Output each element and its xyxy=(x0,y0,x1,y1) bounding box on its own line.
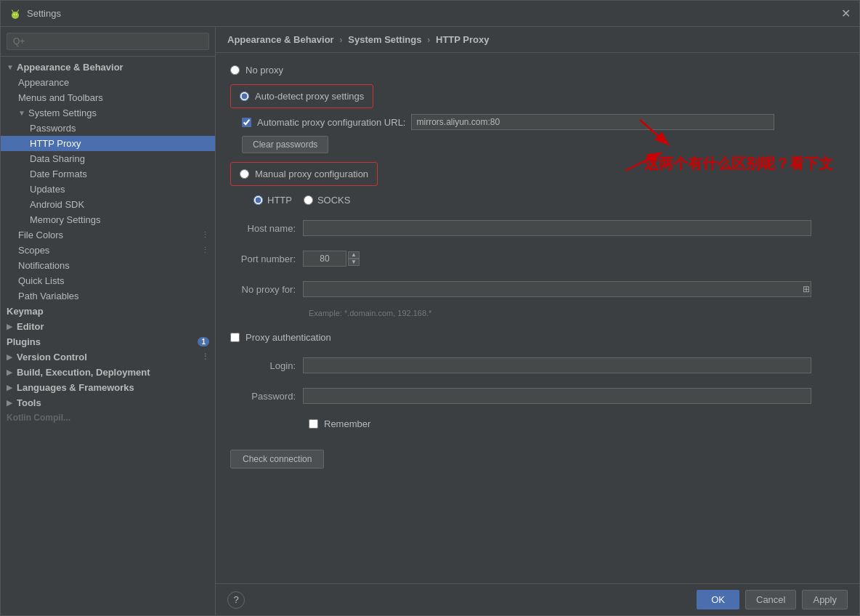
close-button[interactable]: ✕ xyxy=(841,7,851,20)
sidebar-item-updates[interactable]: Updates xyxy=(1,182,215,197)
sidebar-item-label: HTTP Proxy xyxy=(30,138,81,149)
search-box xyxy=(1,27,215,57)
http-radio[interactable] xyxy=(253,195,263,205)
sidebar-item-label: Android SDK xyxy=(30,199,84,210)
sidebar-item-kotlin[interactable]: Kotlin Compil... xyxy=(1,410,215,425)
sidebar-item-build-execution[interactable]: ▶ Build, Execution, Deployment xyxy=(1,365,215,380)
sidebar-item-system-settings[interactable]: ▼ System Settings xyxy=(1,105,215,121)
settings-window: Settings ✕ ▼ Appearance & Behavior Appea… xyxy=(0,0,860,616)
sidebar-item-passwords[interactable]: Passwords xyxy=(1,121,215,136)
sidebar-item-label: System Settings xyxy=(28,108,97,118)
host-name-row: Host name: xyxy=(230,220,845,236)
protocol-row: HTTP SOCKS xyxy=(253,195,845,206)
settings-icon: ⋮ xyxy=(201,352,209,362)
breadcrumb-sep1: › xyxy=(339,34,342,45)
sidebar-item-label: Languages & Frameworks xyxy=(17,382,134,393)
expand-arrow: ▶ xyxy=(7,353,14,361)
password-label: Password: xyxy=(230,391,303,402)
expand-arrow: ▶ xyxy=(7,384,14,392)
help-button[interactable]: ? xyxy=(227,591,245,609)
sidebar-item-keymap[interactable]: Keymap xyxy=(1,304,215,319)
breadcrumb: Appearance & Behavior › System Settings … xyxy=(216,27,859,53)
no-proxy-for-label: No proxy for: xyxy=(230,284,303,295)
manual-proxy-label: Manual proxy configuration xyxy=(255,169,368,179)
sidebar-tree: ▼ Appearance & Behavior Appearance Menus… xyxy=(1,57,215,615)
sidebar-item-label: Menus and Toolbars xyxy=(18,92,103,103)
ok-button[interactable]: OK xyxy=(697,590,739,609)
remember-checkbox[interactable] xyxy=(309,419,318,429)
sidebar-item-label: Data Sharing xyxy=(30,153,85,164)
host-name-input[interactable] xyxy=(303,220,811,236)
sidebar-item-appearance-behavior[interactable]: ▼ Appearance & Behavior xyxy=(1,60,215,75)
expand-arrow: ▶ xyxy=(7,323,14,331)
socks-option: SOCKS xyxy=(304,195,351,206)
remember-row: Remember xyxy=(309,418,845,429)
sidebar-item-label: Editor xyxy=(17,321,44,332)
clear-passwords-row: Clear passwords xyxy=(242,136,845,153)
sidebar-item-editor[interactable]: ▶ Editor xyxy=(1,319,215,334)
port-number-input[interactable] xyxy=(303,251,346,267)
port-spinners: ▲ ▼ xyxy=(348,251,360,266)
no-proxy-for-input[interactable] xyxy=(303,281,811,297)
password-row: Password: xyxy=(230,388,845,404)
sidebar-item-appearance[interactable]: Appearance xyxy=(1,75,215,90)
sidebar-item-label: Memory Settings xyxy=(30,214,101,225)
socks-label: SOCKS xyxy=(317,195,351,206)
sidebar-item-date-formats[interactable]: Date Formats xyxy=(1,166,215,182)
no-proxy-radio[interactable] xyxy=(230,65,240,75)
no-proxy-row: No proxy xyxy=(230,65,845,76)
sidebar-item-notifications[interactable]: Notifications xyxy=(1,258,215,273)
login-input[interactable] xyxy=(303,357,811,373)
sidebar-item-android-sdk[interactable]: Android SDK xyxy=(1,197,215,212)
example-text: Example: *.domain.com, 192.168.* xyxy=(309,309,845,317)
settings-icon: ⋮ xyxy=(201,230,209,240)
settings-icon: ⋮ xyxy=(201,246,209,255)
sidebar-item-label: Version Control xyxy=(17,352,87,362)
sidebar-item-tools[interactable]: ▶ Tools xyxy=(1,395,215,410)
auto-config-url-input[interactable] xyxy=(411,114,774,130)
port-number-row: Port number: ▲ ▼ xyxy=(230,251,845,267)
apply-button[interactable]: Apply xyxy=(802,590,848,609)
sidebar-item-data-sharing[interactable]: Data Sharing xyxy=(1,151,215,166)
breadcrumb-sep2: › xyxy=(427,34,430,45)
auto-detect-radio[interactable] xyxy=(240,92,249,101)
password-input[interactable] xyxy=(303,388,811,404)
svg-line-2 xyxy=(12,10,14,12)
expand-arrow: ▶ xyxy=(7,368,14,376)
remember-label: Remember xyxy=(324,418,370,429)
http-option: HTTP xyxy=(253,195,292,206)
sidebar-item-path-variables[interactable]: Path Variables xyxy=(1,288,215,304)
port-up-button[interactable]: ▲ xyxy=(348,251,360,259)
auto-detect-label: Auto-detect proxy settings xyxy=(255,91,364,102)
sidebar-item-file-colors[interactable]: File Colors ⋮ xyxy=(1,227,215,243)
sidebar-item-version-control[interactable]: ▶ Version Control ⋮ xyxy=(1,349,215,365)
sidebar-item-plugins[interactable]: Plugins 1 xyxy=(1,334,215,349)
svg-line-3 xyxy=(17,10,19,12)
sidebar-item-quick-lists[interactable]: Quick Lists xyxy=(1,273,215,288)
sidebar-item-label: Plugins xyxy=(7,336,41,347)
svg-point-5 xyxy=(16,14,17,15)
sidebar-item-label: Date Formats xyxy=(30,169,87,179)
proxy-auth-checkbox[interactable] xyxy=(230,333,240,342)
sidebar-item-label: Kotlin Compil... xyxy=(7,413,70,423)
port-down-button[interactable]: ▼ xyxy=(348,259,360,266)
sidebar-item-http-proxy[interactable]: HTTP Proxy xyxy=(1,136,215,151)
search-input[interactable] xyxy=(7,33,209,50)
clear-passwords-button[interactable]: Clear passwords xyxy=(242,136,328,153)
bottom-bar: ? OK Cancel Apply xyxy=(216,583,859,615)
sidebar-item-scopes[interactable]: Scopes ⋮ xyxy=(1,243,215,258)
socks-radio[interactable] xyxy=(304,195,313,205)
dialog-buttons: OK Cancel Apply xyxy=(697,590,848,609)
port-number-wrap: ▲ ▼ xyxy=(303,251,360,267)
expand-button[interactable]: ⊞ xyxy=(803,284,810,294)
sidebar-item-memory-settings[interactable]: Memory Settings xyxy=(1,212,215,227)
http-label: HTTP xyxy=(267,195,292,206)
sidebar-item-languages-frameworks[interactable]: ▶ Languages & Frameworks xyxy=(1,380,215,395)
cancel-button[interactable]: Cancel xyxy=(745,590,796,609)
check-connection-button[interactable]: Check connection xyxy=(230,450,324,469)
manual-proxy-radio[interactable] xyxy=(240,169,249,179)
sidebar: ▼ Appearance & Behavior Appearance Menus… xyxy=(1,27,216,615)
auto-config-checkbox[interactable] xyxy=(242,118,251,127)
sidebar-item-label: Keymap xyxy=(7,306,44,317)
sidebar-item-menus-toolbars[interactable]: Menus and Toolbars xyxy=(1,90,215,105)
